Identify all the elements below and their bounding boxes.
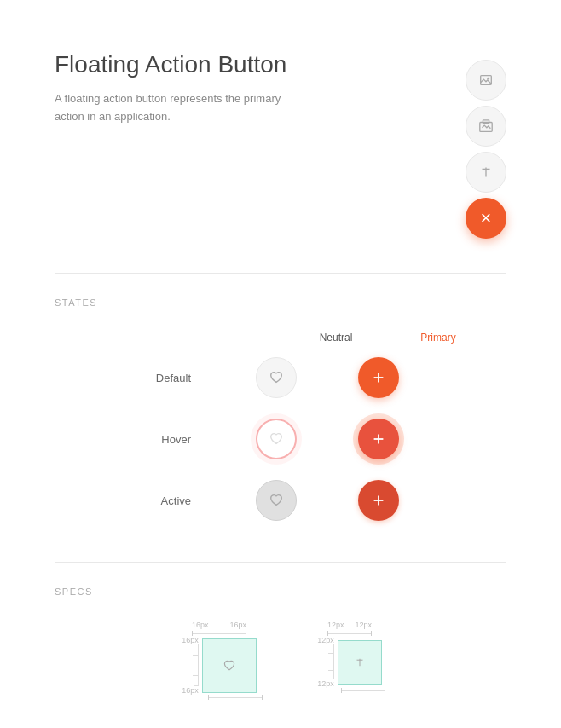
fab-close-primary[interactable]: × <box>466 198 506 239</box>
fab-neutral-hover[interactable] <box>256 419 297 459</box>
spec-left-bottom: 16px <box>182 686 199 695</box>
spec-small-left-bottom: 12px <box>317 679 334 688</box>
svg-rect-3 <box>483 120 489 124</box>
tick-line-bot <box>209 697 262 698</box>
spec-box-row-large: 16px 16px <box>182 636 257 695</box>
fab-text[interactable] <box>466 152 506 193</box>
states-section-title: STATES <box>55 298 506 308</box>
tick-left-line-top <box>198 644 199 665</box>
state-row-default: Default <box>55 357 506 398</box>
fab-image-1[interactable] <box>466 60 506 101</box>
tick-small-bot-right <box>385 688 385 693</box>
state-primary-default <box>327 357 430 398</box>
state-neutral-active <box>225 480 327 521</box>
spec-top-left-label: 16px <box>192 621 209 629</box>
header-text: Floating Action Button A floating action… <box>55 51 293 126</box>
state-primary-hover <box>327 419 430 459</box>
state-primary-active <box>327 480 430 521</box>
heart-icon-spec <box>223 659 236 673</box>
spec-left-top: 16px <box>182 636 199 644</box>
plus-icon-hover <box>371 431 386 447</box>
state-label-active: Active <box>55 494 225 507</box>
page-title: Floating Action Button <box>55 51 293 78</box>
col-header-neutral: Neutral <box>285 332 387 344</box>
fab-primary-hover[interactable] <box>358 419 399 459</box>
plus-icon-active <box>371 493 386 508</box>
tick-left-line-bot <box>198 665 199 685</box>
spec-small-left-labels: 12px 12px <box>317 636 334 688</box>
state-row-active: Active <box>55 480 506 521</box>
tick-small-line-bot <box>342 690 385 691</box>
col-header-primary: Primary <box>387 332 489 344</box>
image-icon-1 <box>478 72 494 88</box>
tick-small-left-line-bot <box>333 662 334 679</box>
tick-bot-right <box>262 695 263 700</box>
spec-box-large <box>202 638 257 693</box>
states-table: Neutral Primary Default <box>55 332 506 521</box>
fab-neutral-default[interactable] <box>256 357 297 398</box>
svg-point-1 <box>487 78 489 80</box>
specs-section: SPECS 16px 16px 16px <box>55 586 506 700</box>
fab-stack: × <box>466 51 506 239</box>
spec-diagram-large: 16px 16px 16px <box>176 621 263 700</box>
spec-box-small <box>338 640 382 685</box>
states-section: STATES Neutral Primary Default <box>55 298 506 521</box>
page-description: A floating action button represents the … <box>55 90 293 126</box>
spec-top-right-label: 16px <box>229 621 246 629</box>
tick-small-line-top <box>328 633 371 634</box>
spec-diagram-small: 12px 12px 12px <box>314 621 385 700</box>
fab-neutral-active[interactable] <box>256 480 297 521</box>
heart-icon-active <box>269 493 284 508</box>
state-neutral-default <box>225 357 327 398</box>
specs-section-title: SPECS <box>55 586 506 597</box>
page-container: Floating Action Button A floating action… <box>0 0 561 728</box>
text-icon-spec <box>354 656 366 668</box>
text-icon <box>478 165 494 180</box>
state-label-hover: Hover <box>55 433 225 446</box>
plus-icon-default <box>371 370 386 385</box>
tick-line-top <box>193 633 246 634</box>
specs-diagrams: 16px 16px 16px <box>55 621 506 700</box>
spec-small-left-top: 12px <box>317 636 334 644</box>
heart-icon-default <box>269 370 284 385</box>
states-table-header: Neutral Primary <box>55 332 506 344</box>
image-icon-2 <box>478 118 494 134</box>
heart-icon-hover <box>269 431 284 447</box>
spec-small-top-left-label: 12px <box>327 621 344 629</box>
tick-small-left-line-top <box>333 644 334 662</box>
specs-divider <box>55 562 506 563</box>
header-section: Floating Action Button A floating action… <box>55 51 506 239</box>
state-neutral-hover <box>225 419 327 459</box>
state-row-hover: Hover <box>55 419 506 459</box>
fab-image-2[interactable] <box>466 106 506 147</box>
spec-box-row-small: 12px 12px <box>317 636 382 688</box>
spec-small-top-right-label: 12px <box>355 621 372 629</box>
fab-primary-default[interactable] <box>358 357 399 398</box>
section-divider <box>55 273 506 274</box>
state-label-default: Default <box>55 372 225 384</box>
close-icon: × <box>481 209 492 228</box>
fab-primary-active[interactable] <box>358 480 399 521</box>
spec-left-labels: 16px 16px <box>182 636 199 695</box>
